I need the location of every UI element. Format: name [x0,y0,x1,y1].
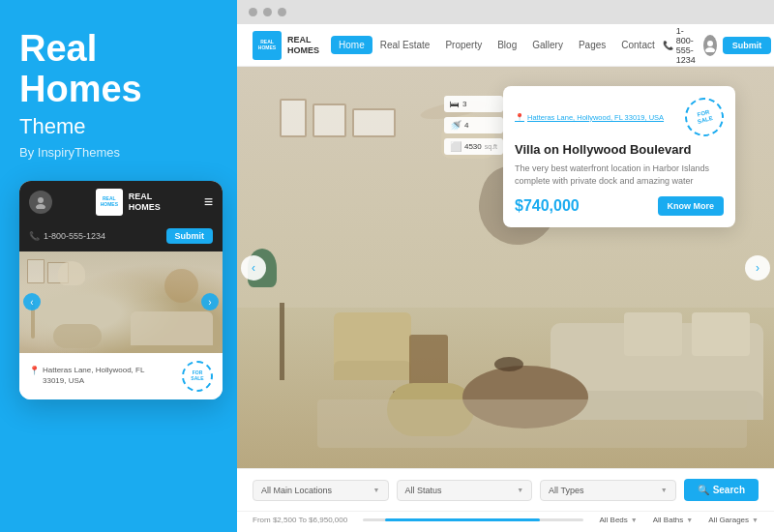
property-card: 📍 Hatteras Lane, Hollywood, FL 33019, US… [503,86,735,227]
nav-item-property[interactable]: Property [437,36,490,54]
site-nav-avatar[interactable] [703,35,717,56]
beds-stat: 🛏 3 [444,96,503,112]
nav-item-contact[interactable]: Contact [613,36,662,54]
phone-icon: 📞 [663,41,673,50]
status-dropdown[interactable]: All Status ▼ [397,480,533,501]
mobile-logo-area: REALHOMES REAL HOMES [96,189,161,216]
mobile-logo-icon: REALHOMES [96,189,123,216]
mobile-address: 📍 Hatteras Lane, Hollywood, FL 33019, US… [29,366,144,386]
left-panel: Real Homes Theme By InspiryThemes REALHO… [0,0,237,532]
mobile-phone: 📞 1-800-555-1234 [29,231,105,241]
property-sale-badge: FORSALE [681,94,729,141]
know-more-button[interactable]: Know More [658,196,725,216]
property-card-top: 📍 Hatteras Lane, Hollywood, FL 33019, US… [515,98,724,136]
beds-filter[interactable]: All Beds ▼ [599,516,637,524]
bed-icon: 🛏 [450,99,460,109]
svg-point-3 [705,47,715,52]
baths-filter[interactable]: All Baths ▼ [653,516,694,524]
sqft-stat: ⬜ 4530 sq.ft [444,138,503,155]
svg-point-1 [36,204,45,209]
chevron-down-icon: ▼ [517,487,523,493]
svg-point-0 [38,197,44,203]
browser-dot-2 [263,8,272,16]
mobile-top-bar: REALHOMES REAL HOMES ≡ [19,181,223,223]
site-nav-submit-button[interactable]: Submit [723,37,772,54]
chevron-down-icon: ▼ [373,487,380,493]
mobile-nav-arrows: ‹ › [19,293,223,310]
mobile-prev-arrow[interactable]: ‹ [23,293,41,310]
mobile-next-arrow[interactable]: › [201,293,219,310]
site-navbar: REALHOMES REAL HOMES Home Real Estate Pr… [237,24,774,67]
bath-icon: 🚿 [450,120,461,131]
property-price: $740,000 [515,197,580,215]
site-nav-phone: 📞 1-800-555-1234 [663,26,696,65]
nav-item-gallery[interactable]: Gallery [524,36,571,54]
mobile-mockup: REALHOMES REAL HOMES ≡ 📞 1-800-555-1234 … [19,181,223,399]
nav-item-pages[interactable]: Pages [571,36,613,54]
app-subtitle: Theme [19,114,85,139]
phone-icon: 📞 [29,231,40,241]
price-range-track[interactable] [363,518,583,521]
site-logo: REALHOMES REAL HOMES [253,31,319,60]
browser-dot-1 [249,8,257,16]
nav-item-home[interactable]: Home [331,36,372,54]
property-stats: 🛏 3 🚿 4 ⬜ 4530 sq.ft [444,96,503,155]
property-card-desc: The very best waterfront location in Har… [515,163,724,187]
location-icon: 📍 [29,366,40,377]
hamburger-icon[interactable]: ≡ [204,194,213,210]
mobile-submit-button[interactable]: Submit [166,228,214,244]
range-filter-items: All Beds ▼ All Baths ▼ All Garages ▼ [599,516,759,524]
site-search-bar: All Main Locations ▼ All Status ▼ All Ty… [237,468,774,511]
search-button[interactable]: 🔍 Search [684,479,759,501]
site-logo-text: REAL HOMES [287,35,319,56]
search-icon: 🔍 [698,485,709,495]
property-card-title: Villa on Hollywood Boulevard [515,142,724,157]
svg-point-2 [707,41,713,46]
price-range-fill [385,518,540,521]
chevron-down-icon: ▼ [686,517,693,523]
wall-frames [280,99,396,137]
mobile-sale-badge: FORSALE [182,361,213,392]
nav-item-realestate[interactable]: Real Estate [372,36,438,54]
chevron-down-icon: ▼ [631,517,638,523]
location-dropdown[interactable]: All Main Locations ▼ [253,480,389,501]
area-icon: ⬜ [450,141,461,152]
site-nav-items: Home Real Estate Property Blog Gallery P… [331,36,663,54]
chevron-down-icon: ▼ [752,517,759,523]
site-range-bar: From $2,500 To $6,950,000 All Beds ▼ All… [237,511,774,532]
mobile-hero-image: ‹ › [19,251,223,353]
range-label: From $2,500 To $6,950,000 [253,516,347,524]
browser-chrome [237,0,774,24]
property-card-price-row: $740,000 Know More [515,196,724,216]
mobile-logo-text: REAL HOMES [129,192,161,213]
chevron-down-icon: ▼ [661,487,668,493]
app-title: Real Homes [19,29,142,110]
baths-stat: 🚿 4 [444,117,503,133]
mobile-avatar [29,191,52,214]
property-card-address: 📍 Hatteras Lane, Hollywood, FL 33019, US… [515,113,664,122]
browser-dot-3 [278,8,286,16]
site-hero: ‹ › 🛏 3 🚿 4 ⬜ 4530 sq.ft 📍 Hatte [237,67,774,468]
garages-filter[interactable]: All Garages ▼ [708,516,759,524]
hero-next-arrow[interactable]: › [745,255,770,281]
mobile-phone-bar: 📞 1-800-555-1234 Submit [19,223,223,251]
right-panel: REALHOMES REAL HOMES Home Real Estate Pr… [237,0,774,532]
hero-prev-arrow[interactable]: ‹ [241,255,266,281]
nav-item-blog[interactable]: Blog [490,36,524,54]
mobile-footer: 📍 Hatteras Lane, Hollywood, FL 33019, US… [19,353,223,399]
site-logo-icon: REALHOMES [253,31,282,60]
app-by: By InspiryThemes [19,145,120,160]
location-icon: 📍 [515,113,524,122]
types-dropdown[interactable]: All Types ▼ [540,480,676,501]
